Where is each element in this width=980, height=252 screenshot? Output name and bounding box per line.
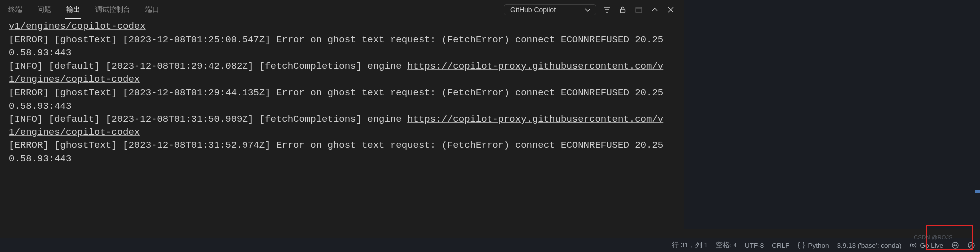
- bottom-panel: 终端 问题 输出 调试控制台 端口 GitHub Copilot: [0, 0, 684, 229]
- output-toolbar: GitHub Copilot: [504, 0, 676, 20]
- cancel-circle-icon: [967, 241, 975, 249]
- status-indent[interactable]: 空格: 4: [716, 241, 737, 250]
- status-copilot[interactable]: [951, 241, 959, 249]
- tab-output[interactable]: 输出: [65, 1, 81, 19]
- panel-tab-bar: 终端 问题 输出 调试控制台 端口 GitHub Copilot: [0, 0, 684, 20]
- svg-point-2: [912, 244, 914, 246]
- scrollbar-thumb[interactable]: [975, 190, 980, 193]
- status-cursor-position[interactable]: 行 31，列 1: [672, 241, 708, 250]
- svg-point-3: [952, 242, 958, 248]
- clear-output-icon[interactable]: [633, 4, 644, 15]
- copilot-icon: [951, 241, 959, 249]
- filter-icon[interactable]: [601, 4, 612, 15]
- status-language[interactable]: Python: [797, 241, 829, 249]
- status-golive-label: Go Live: [920, 242, 943, 249]
- status-bar: 行 31，列 1 空格: 4 UTF-8 CRLF Python 3.9.13 …: [0, 238, 980, 252]
- status-encoding[interactable]: UTF-8: [745, 242, 764, 249]
- svg-rect-1: [636, 7, 642, 13]
- svg-rect-0: [621, 9, 625, 13]
- braces-icon: [797, 241, 805, 249]
- status-eol[interactable]: CRLF: [772, 242, 789, 249]
- chevron-down-icon: [584, 6, 592, 14]
- svg-point-5: [956, 245, 957, 246]
- tab-ports[interactable]: 端口: [144, 1, 160, 18]
- status-go-live[interactable]: Go Live: [909, 241, 943, 249]
- close-icon[interactable]: [665, 4, 676, 15]
- editor-empty-area: [684, 0, 980, 229]
- status-no-problems[interactable]: [967, 241, 975, 249]
- tab-terminal[interactable]: 终端: [7, 1, 23, 18]
- lock-icon[interactable]: [617, 4, 628, 15]
- status-interpreter[interactable]: 3.9.13 ('base': conda): [837, 242, 901, 249]
- watermark-text: CSDN @ROJS: [914, 234, 953, 240]
- chevron-up-icon[interactable]: [649, 4, 660, 15]
- broadcast-icon: [909, 241, 917, 249]
- output-channel-label: GitHub Copilot: [510, 6, 556, 14]
- tab-problems[interactable]: 问题: [36, 1, 52, 18]
- tab-debug-console[interactable]: 调试控制台: [94, 1, 131, 18]
- output-content[interactable]: v1/engines/copilot-codex [ERROR] [ghostT…: [0, 20, 684, 229]
- output-channel-select[interactable]: GitHub Copilot: [504, 4, 596, 15]
- svg-point-4: [954, 245, 955, 246]
- status-language-label: Python: [808, 242, 829, 249]
